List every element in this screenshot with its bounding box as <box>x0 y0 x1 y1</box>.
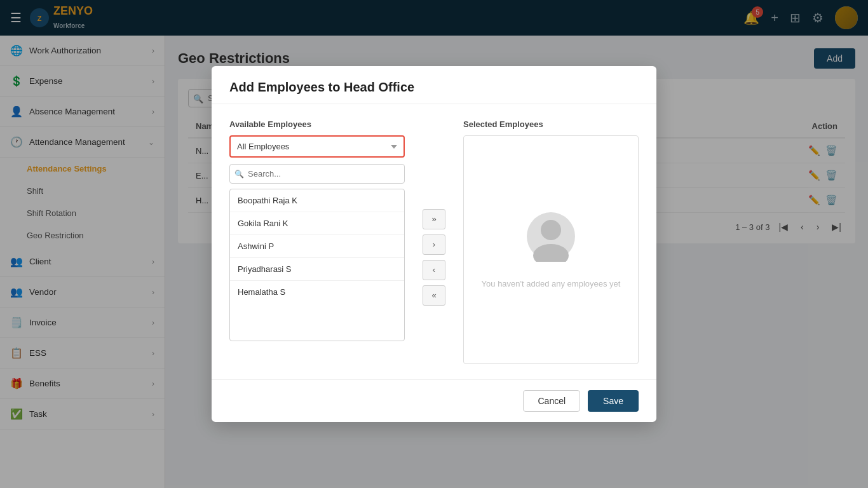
modal-header: Add Employees to Head Office <box>212 66 656 104</box>
svg-point-3 <box>541 220 561 240</box>
employee-search-input[interactable] <box>229 164 405 184</box>
selected-employees-section: Selected Employees You haven't added any… <box>463 119 639 364</box>
empty-avatar-icon <box>526 211 576 271</box>
available-employees-section: Available Employees All Employees Depart… <box>229 119 405 364</box>
modal-overlay: Add Employees to Head Office Available E… <box>0 0 868 488</box>
modal-footer: Cancel Save <box>212 379 656 422</box>
employee-list: Boopathi Raja K Gokila Rani K Ashwini P … <box>229 189 405 341</box>
list-item[interactable]: Gokila Rani K <box>230 212 404 235</box>
move-left-button[interactable]: ‹ <box>423 260 445 280</box>
modal-sections: Available Employees All Employees Depart… <box>229 119 639 364</box>
employee-search-wrapper: 🔍 <box>229 164 405 184</box>
empty-state-text: You haven't added any employees yet <box>482 279 621 288</box>
save-button[interactable]: Save <box>588 390 639 412</box>
move-all-left-button[interactable]: « <box>423 285 445 306</box>
cancel-button[interactable]: Cancel <box>523 390 580 412</box>
list-item[interactable]: Hemalatha S <box>230 281 404 303</box>
transfer-buttons: » › ‹ « <box>417 150 451 364</box>
list-item[interactable]: Ashwini P <box>230 235 404 258</box>
move-all-right-button[interactable]: » <box>423 209 445 229</box>
selected-label: Selected Employees <box>463 119 639 129</box>
modal-title: Add Employees to Head Office <box>229 80 639 95</box>
modal-body: Available Employees All Employees Depart… <box>212 104 656 379</box>
available-label: Available Employees <box>229 119 405 129</box>
selected-employees-panel: You haven't added any employees yet <box>463 135 639 364</box>
employee-search-icon: 🔍 <box>234 170 244 179</box>
move-right-button[interactable]: › <box>423 234 445 255</box>
add-employees-modal: Add Employees to Head Office Available E… <box>212 66 656 422</box>
list-item[interactable]: Priyadharasi S <box>230 258 404 281</box>
list-item[interactable]: Boopathi Raja K <box>230 189 404 212</box>
employee-filter-dropdown[interactable]: All Employees Department Designation <box>229 135 405 158</box>
